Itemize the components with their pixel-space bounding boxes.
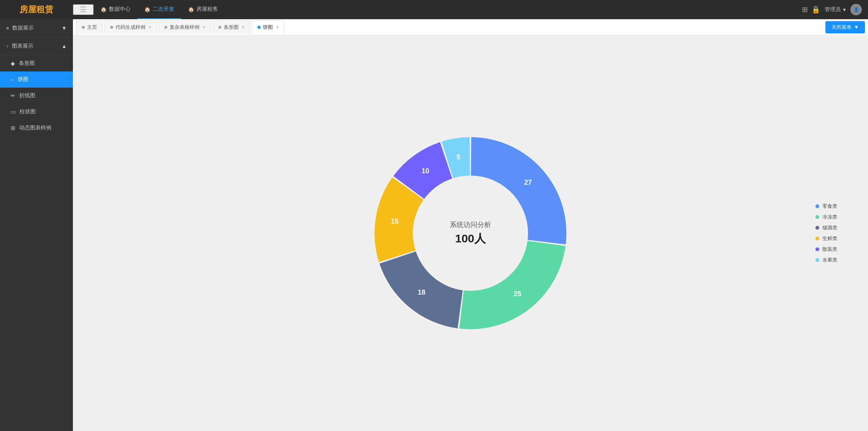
tab-dot-complex-table [164, 26, 167, 29]
top-right-area: ⊞ 🔒 管理员 ▾ 👤 [802, 4, 868, 15]
tab-label-bar-chart: 条形图 [224, 24, 239, 31]
legend-dot-1 [815, 215, 819, 219]
sidebar-group-arrow-data-display: ▼ [61, 25, 67, 31]
admin-label: 管理员 [825, 6, 841, 13]
avatar[interactable]: 👤 [850, 4, 862, 15]
tab-item-code-gen[interactable]: 代码生成样例 × [104, 20, 157, 34]
close-menu-button[interactable]: 关闭菜单▼ [825, 21, 865, 33]
top-nav-tab-house-rent[interactable]: 🏠房屋租售 [181, 0, 225, 19]
top-nav-tab-data-center[interactable]: 🏠数据中心 [94, 0, 137, 19]
donut-label-4: 10 [421, 167, 429, 175]
chart-area: 27251815105 系统访问分析 100人 零食类 冷冻类 烟酒类 生鲜类 … [73, 35, 868, 431]
tab-item-home[interactable]: 主页 [76, 20, 103, 34]
hamburger-button[interactable]: ☰ [73, 4, 94, 15]
legend-item-0: 零食类 [815, 203, 837, 210]
sidebar-item-icon-pie-chart: ○ [11, 76, 14, 83]
sidebar-item-label-pie-chart: 饼图 [18, 76, 28, 83]
close-menu-arrow-icon: ▼ [854, 24, 859, 30]
chart-legend: 零食类 冷冻类 烟酒类 生鲜类 散装类 水果类 [815, 203, 837, 264]
legend-label-0: 零食类 [822, 203, 837, 210]
legend-dot-0 [815, 204, 819, 208]
admin-button[interactable]: 管理员 ▾ [825, 6, 846, 13]
sidebar-item-label-dynamic-chart: 动态图表样例 [19, 124, 51, 131]
legend-label-1: 冷冻类 [822, 214, 837, 220]
sidebar-group-icon-chart-display: ↑ [6, 43, 9, 49]
tab-dot-code-gen [110, 26, 113, 29]
top-nav-tabs: 🏠数据中心🏠二次开发🏠房屋租售 [94, 0, 802, 19]
tab-close-complex-table[interactable]: × [203, 25, 205, 30]
grid-icon[interactable]: ⊞ [802, 5, 808, 14]
donut-label-0: 27 [524, 179, 532, 186]
sidebar-group-label-text-data-display: 数据展示 [12, 25, 34, 31]
admin-arrow-icon: ▾ [843, 7, 846, 13]
nav-tab-label-second-dev: 二次开发 [153, 6, 174, 13]
sidebar-item-pie-chart[interactable]: ○ 饼图 [0, 71, 73, 88]
sidebar-item-bar-chart[interactable]: ◆ 条形图 [0, 55, 73, 71]
legend-dot-2 [815, 226, 819, 230]
legend-label-5: 水果类 [822, 257, 837, 264]
tab-item-complex-table[interactable]: 复杂表格样例 × [158, 20, 211, 34]
tab-close-code-gen[interactable]: × [149, 25, 151, 30]
legend-item-4: 散装类 [815, 246, 837, 253]
legend-item-2: 烟酒类 [815, 224, 837, 231]
tab-item-bar-chart[interactable]: 条形图 × [213, 20, 250, 34]
donut-segment-0 [471, 137, 566, 244]
legend-label-3: 生鲜类 [822, 235, 837, 242]
legend-dot-4 [815, 247, 819, 251]
sidebar-item-label-line-chart: 折线图 [19, 92, 35, 99]
donut-chart-svg: 27251815105 [363, 126, 578, 341]
top-icons: ⊞ 🔒 [802, 5, 820, 14]
nav-tab-label-data-center: 数据中心 [109, 6, 130, 13]
legend-dot-3 [815, 237, 819, 240]
legend-item-5: 水果类 [815, 257, 837, 264]
lock-icon[interactable]: 🔒 [812, 5, 820, 14]
sidebar-item-icon-bar-chart: ◆ [11, 60, 15, 66]
tab-close-pie-chart[interactable]: × [276, 25, 279, 30]
tab-label-pie-chart: 饼图 [263, 24, 273, 31]
legend-dot-5 [815, 258, 819, 262]
sidebar-item-icon-bar-chart2: ▭ [11, 109, 16, 115]
logo-text: 房屋租赁 [20, 4, 53, 15]
top-nav: 房屋租赁 ☰ 🏠数据中心🏠二次开发🏠房屋租售 ⊞ 🔒 管理员 ▾ 👤 [0, 0, 868, 19]
sidebar-group-label-text-chart-display: 图表展示 [12, 43, 33, 50]
sidebar-group-chart-display[interactable]: ↑ 图表展示 ▲ [0, 37, 73, 55]
sidebar: ≡ 数据展示 ▼ ↑ 图表展示 ▲ ◆ 条形图 ○ 饼图 ✏ 折线图 ▭ 柱状图… [0, 19, 73, 431]
sidebar-item-dynamic-chart[interactable]: ⊞ 动态图表样例 [0, 120, 73, 136]
nav-tab-label-house-rent: 房屋租售 [196, 6, 218, 13]
tab-item-pie-chart[interactable]: 饼图 × [252, 20, 284, 34]
donut-label-3: 15 [391, 217, 398, 225]
sidebar-item-bar-chart2[interactable]: ▭ 柱状图 [0, 104, 73, 120]
sidebar-item-label-bar-chart2: 柱状图 [20, 108, 36, 115]
sidebar-item-icon-dynamic-chart: ⊞ [11, 125, 15, 131]
sidebar-item-line-chart[interactable]: ✏ 折线图 [0, 88, 73, 104]
main-layout: ≡ 数据展示 ▼ ↑ 图表展示 ▲ ◆ 条形图 ○ 饼图 ✏ 折线图 ▭ 柱状图… [0, 19, 868, 431]
legend-item-3: 生鲜类 [815, 235, 837, 242]
tab-close-bar-chart[interactable]: × [242, 25, 244, 30]
legend-label-4: 散装类 [822, 246, 837, 253]
donut-segment-1 [459, 241, 566, 329]
nav-tab-icon-data-center: 🏠 [101, 7, 107, 12]
top-nav-tab-second-dev[interactable]: 🏠二次开发 [137, 0, 181, 19]
legend-label-2: 烟酒类 [822, 224, 837, 231]
tab-label-complex-table: 复杂表格样例 [170, 24, 200, 31]
chart-container: 27251815105 系统访问分析 100人 [363, 126, 578, 341]
hamburger-icon: ☰ [80, 5, 87, 14]
tab-dot-pie-chart [257, 26, 261, 29]
logo-area: 房屋租赁 [0, 0, 73, 19]
nav-tab-icon-second-dev: 🏠 [144, 7, 150, 12]
close-menu-label: 关闭菜单 [832, 24, 851, 31]
legend-item-1: 冷冻类 [815, 214, 837, 220]
sidebar-group-data-display[interactable]: ≡ 数据展示 ▼ [0, 19, 73, 37]
nav-tab-icon-house-rent: 🏠 [188, 7, 194, 12]
donut-label-5: 5 [457, 153, 460, 161]
sidebar-group-icon-data-display: ≡ [6, 25, 9, 31]
sidebar-item-label-bar-chart: 条形图 [19, 60, 35, 67]
sidebar-item-icon-line-chart: ✏ [11, 93, 15, 99]
donut-label-1: 25 [514, 290, 521, 298]
content-area: 主页 代码生成样例 × 复杂表格样例 × 条形图 × 饼图 × 关闭菜单▼ 27… [73, 19, 868, 431]
tab-dot-bar-chart [218, 26, 221, 29]
donut-label-2: 18 [417, 288, 425, 296]
tab-label-code-gen: 代码生成样例 [116, 24, 145, 31]
tab-dot-home [82, 26, 85, 29]
tabs-bar: 主页 代码生成样例 × 复杂表格样例 × 条形图 × 饼图 × 关闭菜单▼ [73, 19, 868, 35]
